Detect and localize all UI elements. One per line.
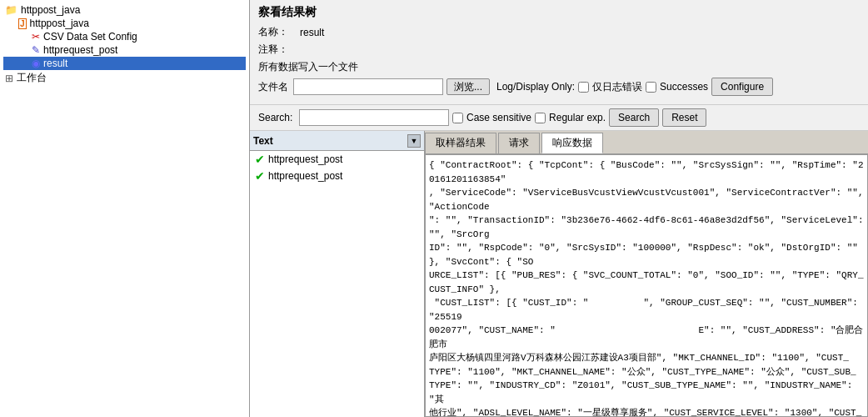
list-item[interactable]: ✔httprequest_post — [250, 168, 424, 184]
list-header-text: Text — [253, 135, 407, 147]
tab-response[interactable]: 响应数据 — [541, 133, 603, 153]
browse-button[interactable]: 浏览... — [446, 78, 490, 95]
tabs-bar: 取样器结果请求响应数据 — [425, 131, 868, 154]
tree-item-label: 工作台 — [17, 71, 47, 85]
sidebar: 📁httppost_javaJhttppost_java✂CSV Data Se… — [0, 0, 250, 417]
list-item-label: httprequest_post — [268, 153, 342, 165]
list-item-label: httprequest_post — [268, 170, 342, 182]
tree-item-httprequest_post[interactable]: ✎httprequest_post — [3, 43, 246, 57]
tab-sampler[interactable]: 取样器结果 — [425, 133, 496, 153]
status-ok-icon: ✔ — [255, 169, 265, 183]
regular-exp-checkbox[interactable] — [535, 113, 546, 123]
name-label: 名称： — [258, 25, 300, 39]
content-area: Text ▼ ✔httprequest_post✔httprequest_pos… — [250, 131, 868, 417]
status-ok-icon: ✔ — [255, 153, 265, 166]
search-label: Search: — [258, 112, 296, 123]
result-content[interactable]: { "ContractRoot": { "TcpCont": { "BusCod… — [425, 154, 868, 417]
list-dropdown[interactable]: ▼ — [407, 134, 421, 148]
java-icon: J — [18, 18, 27, 29]
file-label: 文件名 — [258, 80, 290, 94]
search-bar: Search: Case sensitive Regular exp. Sear… — [250, 105, 868, 131]
tree-item-label: httppost_java — [21, 4, 80, 16]
result-panel: 取样器结果请求响应数据 { "ContractRoot": { "TcpCont… — [425, 131, 868, 417]
tree-item-label: httprequest_post — [43, 44, 117, 56]
list-panel: Text ▼ ✔httprequest_post✔httprequest_pos… — [250, 131, 425, 417]
file-row: 文件名 浏览... Log/Display Only: 仅日志错误 Succes… — [258, 78, 860, 96]
tree-item-label: CSV Data Set Config — [43, 31, 137, 43]
successes-checkbox[interactable] — [646, 82, 656, 93]
tree-item-csv_data[interactable]: ✂CSV Data Set Config — [3, 30, 246, 43]
folder-icon: 📁 — [5, 4, 17, 16]
tree-item-label: httppost_java — [30, 18, 89, 29]
regular-exp-label: Regular exp. — [549, 112, 606, 123]
name-value: result — [300, 27, 324, 38]
search-input[interactable] — [299, 109, 449, 126]
list-items: ✔httprequest_post✔httprequest_post — [250, 151, 424, 417]
reset-button[interactable]: Reset — [662, 108, 706, 127]
successes-label: Successes — [660, 81, 708, 93]
header-section: 察看结果树 名称： result 注释： 所有数据写入一个文件 文件名 浏览..… — [250, 0, 868, 105]
search-button[interactable]: Search — [609, 108, 659, 127]
error-only-label: 仅日志错误 — [592, 80, 642, 94]
panel-title: 察看结果树 — [258, 5, 860, 20]
req-icon: ✎ — [32, 44, 40, 56]
configure-button[interactable]: Configure — [711, 78, 773, 96]
main-panel: 察看结果树 名称： result 注释： 所有数据写入一个文件 文件名 浏览..… — [250, 0, 868, 417]
workbench-icon: ⊞ — [5, 73, 13, 84]
result-icon: ◉ — [32, 58, 40, 69]
comment-row: 注释： — [258, 43, 860, 57]
list-item[interactable]: ✔httprequest_post — [250, 151, 424, 168]
log-display-label: Log/Display Only: — [496, 81, 575, 93]
case-sensitive-checkbox[interactable] — [452, 113, 463, 123]
tree-item-httppost_java_root[interactable]: 📁httppost_java — [3, 3, 246, 17]
tree-item-result[interactable]: ◉result — [3, 57, 246, 70]
tab-request[interactable]: 请求 — [498, 133, 540, 153]
file-input[interactable] — [293, 78, 443, 95]
tree-item-httppost_java_child[interactable]: Jhttppost_java — [3, 17, 246, 30]
list-header: Text ▼ — [250, 131, 424, 151]
section-title: 所有数据写入一个文件 — [258, 60, 860, 74]
tree-item-workbench[interactable]: ⊞工作台 — [3, 70, 246, 86]
comment-label: 注释： — [258, 43, 300, 57]
log-checkbox[interactable] — [578, 82, 589, 93]
name-row: 名称： result — [258, 25, 860, 39]
tree-item-label: result — [43, 58, 67, 69]
case-sensitive-label: Case sensitive — [466, 112, 531, 123]
csv-icon: ✂ — [32, 31, 40, 43]
